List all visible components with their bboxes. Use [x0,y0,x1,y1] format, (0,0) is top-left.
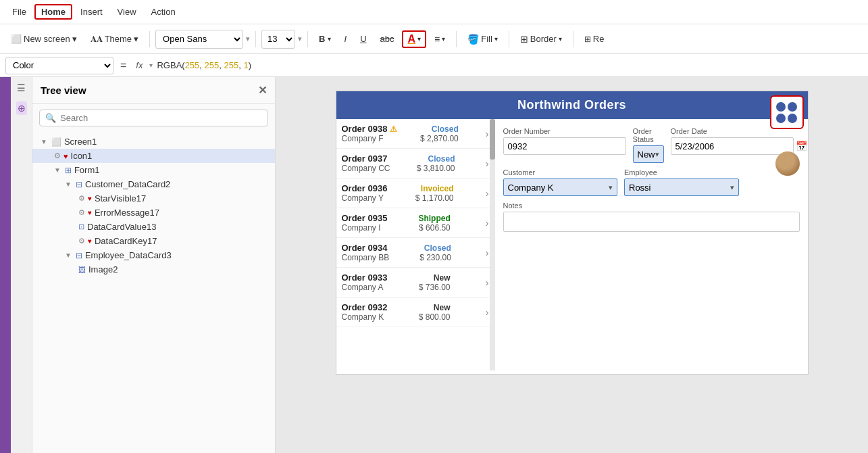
order-status-0935: Shipped [418,214,450,223]
theme-button[interactable]: 𝐀𝐀 Theme ▾ [85,31,144,47]
order-left-0937: Order 0937 Company CC [342,153,390,173]
align-button[interactable]: ≡ ▾ [429,31,451,47]
font-family-select[interactable]: Open Sans [155,30,243,49]
notes-label: Notes [503,201,800,210]
formula-fx-button[interactable]: fx [133,60,145,70]
new-screen-button[interactable]: ⬜ New screen ▾ [5,31,82,47]
search-input[interactable] [60,113,262,123]
order-row-0932[interactable]: Order 0932 Company K New $ 800.00 › [336,297,494,327]
tree-label-screen1: Screen1 [64,137,270,147]
tree-item-screen1[interactable]: ▼ ⬜ Screen1 [32,135,275,149]
menu-home[interactable]: Home [34,4,72,20]
canvas-area: Northwind Orders [276,77,868,453]
property-select[interactable]: Color [5,57,113,74]
formula-chevron-icon: ▾ [149,62,153,69]
order-right-0935: Shipped $ 606.50 [418,214,450,233]
order-date-calendar-icon[interactable]: 📅 [796,141,807,151]
order-row-0935[interactable]: Order 0935 Company I Shipped $ 606.50 › [336,208,494,238]
order-right-0937: Closed $ 3,810.00 [417,154,455,173]
text-color-chevron-icon: ▾ [417,35,421,43]
order-date-label: Order Date [671,127,807,135]
icon1-heart-icon: ♥ [63,152,68,160]
circle-1 [776,102,786,112]
border-button[interactable]: ⊞ Border ▾ [515,31,567,47]
expand-form-icon: ▼ [54,166,61,174]
expand-icon: ▼ [41,138,47,145]
align-chevron-icon: ▾ [442,35,445,43]
notes-field: Notes [503,201,800,232]
order-chevron-0936: › [486,188,489,199]
order-row-0934[interactable]: Order 0934 Company BB Closed $ 230.00 › [336,238,494,268]
menu-view[interactable]: View [111,4,143,20]
avatar-image [775,151,800,176]
theme-chevron-icon: ▾ [134,34,138,44]
text-color-button[interactable]: A ▾ [402,30,426,48]
tree-item-customer-dc2[interactable]: ▼ ⊟ Customer_DataCard2 [32,177,275,191]
order-number-label: Order Number [503,127,626,135]
order-amount-0933: $ 736.00 [419,283,451,292]
hamburger-icon[interactable]: ☰ [17,82,26,93]
menu-action[interactable]: Action [145,4,182,20]
fill-button[interactable]: 🪣 Fill ▾ [462,31,503,47]
order-company-0932: Company K [342,312,388,322]
bold-button[interactable]: B ▾ [313,31,336,47]
new-screen-icon: ⬜ [11,34,22,44]
order-left-0938: Order 0938 ⚠ Company F [342,124,398,143]
order-row-0938[interactable]: Order 0938 ⚠ Company F Closed $ 2,870.00… [336,119,494,149]
tree-item-datacardvalue13[interactable]: ⊡ DataCardValue13 [32,220,275,234]
order-number-input[interactable] [503,137,626,155]
tree-label-icon1: Icon1 [71,151,270,161]
tree-item-starvisible17[interactable]: ⚙ ♥ StarVisible17 [32,191,275,206]
order-right-0938: Closed $ 2,870.00 [420,124,459,143]
order-amount-0938: $ 2,870.00 [420,134,459,143]
order-status-0932: New [434,303,451,312]
menu-file[interactable]: File [5,4,33,20]
formula-comma1: , [199,60,204,70]
notes-input[interactable] [503,212,800,232]
tree-close-icon[interactable]: ✕ [258,84,267,97]
order-left-0933: Order 0933 Company A [342,272,388,292]
tree-item-icon1[interactable]: ⚙ ♥ Icon1 [32,149,275,163]
separator-6 [573,31,573,47]
order-amount-0936: $ 1,170.00 [415,193,454,203]
tree-item-form1[interactable]: ▼ ⊞ Form1 [32,163,275,177]
re-button[interactable]: ⊞ Re [579,31,610,47]
employee-value: Rossi [629,183,651,193]
tree-item-datacardkey17[interactable]: ⚙ ♥ DataCardKey17 [32,234,275,248]
tree-item-employee-dc3[interactable]: ▼ ⊟ Employee_DataCard3 [32,248,275,262]
font-size-select[interactable]: 13 [261,30,295,49]
tree-item-errormessage17[interactable]: ⚙ ♥ ErrorMessage17 [32,206,275,220]
orders-scrollbar[interactable] [490,119,495,371]
order-number-field: Order Number [503,127,626,163]
order-company-0938: Company F [342,134,398,143]
tree-item-image2[interactable]: 🖼 Image2 [32,262,275,277]
order-num-0933: Order 0933 [342,272,388,283]
key-heart-icon: ♥ [88,237,92,245]
text-color-label: A [407,33,415,45]
form-icon: ⊞ [65,166,72,175]
underline-button[interactable]: U [355,31,372,47]
theme-label: Theme [105,34,132,44]
expand-card3-icon: ▼ [65,252,72,259]
customer-dropdown[interactable]: Company K ▾ [503,178,618,196]
order-chevron-0933: › [486,277,489,288]
layers-icon[interactable]: ⊕ [16,101,27,115]
order-amount-0935: $ 606.50 [419,223,451,233]
order-row-0933[interactable]: Order 0933 Company A New $ 736.00 › [336,268,494,297]
order-date-input[interactable] [671,137,794,155]
separator-1 [149,31,150,47]
order-row-0936[interactable]: Order 0936 Company Y Invoiced $ 1,170.00… [336,178,494,208]
strikethrough-button[interactable]: abc [375,31,400,47]
order-status-dropdown[interactable]: New ▾ [633,145,664,163]
order-row-0937[interactable]: Order 0937 Company CC Closed $ 3,810.00 … [336,149,494,178]
menu-insert[interactable]: Insert [74,4,109,20]
order-chevron-0932: › [486,307,489,318]
formula-close: ) [249,60,251,70]
order-status-chevron-icon: ▾ [655,150,659,159]
tree-label-starvisible17: StarVisible17 [95,193,270,204]
italic-button[interactable]: I [339,31,353,47]
order-left-0935: Order 0935 Company I [342,213,388,233]
heart-small-icon: ♥ [88,195,92,202]
new-screen-label: New screen [24,34,70,44]
employee-dropdown[interactable]: Rossi ▾ [624,178,739,196]
